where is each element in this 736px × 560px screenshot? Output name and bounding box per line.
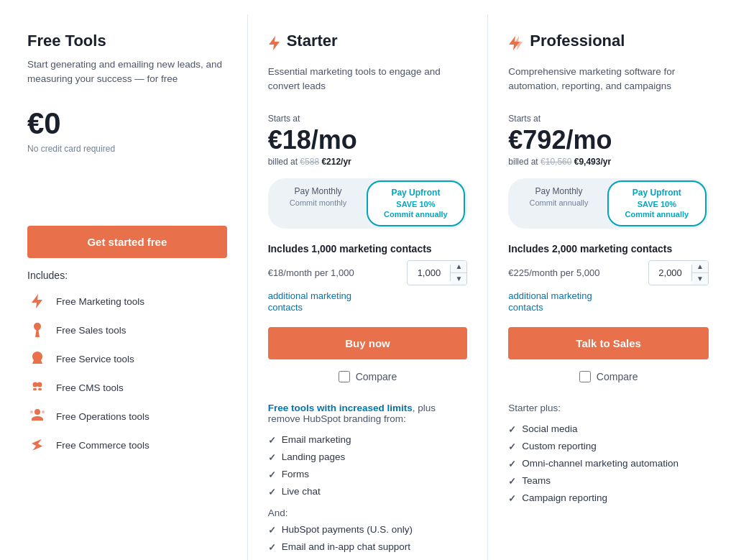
svg-rect-2 <box>33 388 37 390</box>
starter-compare-label: Compare <box>356 371 397 382</box>
starter-additional-link[interactable]: additional marketing contacts <box>268 290 351 313</box>
free-plan-spacer <box>27 168 227 226</box>
professional-billed-strike: €10,560 <box>540 157 571 167</box>
professional-pay-monthly-option[interactable]: Pay Monthly Commit annually <box>510 180 607 226</box>
starter-and-feature-label-1: HubSpot payments (U.S. only) <box>282 524 413 535</box>
free-tools-list: Free Marketing tools Free Sales tools <box>27 291 227 455</box>
professional-contacts-value: 2,000 <box>649 265 692 281</box>
professional-billed-text: billed at €10,560 €9,493/yr <box>508 157 709 167</box>
starter-billed-text: billed at €588 €212/yr <box>268 157 468 167</box>
tool-item-marketing: Free Marketing tools <box>27 291 227 311</box>
free-plan-price: €0 <box>27 106 227 141</box>
professional-billed-highlight: €9,493/yr <box>574 157 611 167</box>
professional-plan-description: Comprehensive marketing software for aut… <box>508 65 709 99</box>
starter-and-label: And: <box>268 508 468 518</box>
starter-plan-description: Essential marketing tools to engage and … <box>268 65 468 99</box>
starter-and-check-1: ✓ <box>268 525 276 536</box>
starter-contacts-spinner: 1,000 ▲ ▼ <box>407 260 467 285</box>
starter-upfront-label: Pay Upfront <box>375 188 457 199</box>
starter-feature-label-3: Forms <box>282 469 309 479</box>
professional-feature-label-2: Custom reporting <box>522 441 597 451</box>
starter-check-2: ✓ <box>268 452 276 463</box>
professional-feature-4: ✓ Teams <box>508 475 709 487</box>
starter-bolt-icon <box>268 35 281 55</box>
free-cta-button[interactable]: Get started free <box>27 226 227 258</box>
tool-item-commerce: Free Commerce tools <box>27 435 227 455</box>
professional-check-5: ✓ <box>508 493 516 504</box>
pricing-grid: Free Tools Start generating and emailing… <box>0 0 736 560</box>
starter-feature-label-4: Live chat <box>282 486 321 497</box>
cms-icon <box>27 377 47 398</box>
professional-billed-prefix: billed at <box>508 157 540 167</box>
professional-spinner-down[interactable]: ▼ <box>692 273 708 285</box>
professional-upfront-save: SAVE 10% <box>616 199 698 209</box>
starter-pay-upfront-option[interactable]: Pay Upfront SAVE 10% Commit annually <box>367 180 466 226</box>
starter-feature-label-2: Landing pages <box>282 451 346 462</box>
professional-title-row: Professional <box>508 32 709 58</box>
professional-feature-label-3: Omni-channel marketing automation <box>522 458 678 469</box>
starter-feature-3: ✓ Forms <box>268 469 468 480</box>
service-icon <box>27 349 47 369</box>
starter-additional-line2: contacts <box>268 302 303 313</box>
free-plan-title: Free Tools <box>27 32 227 50</box>
professional-cta-button[interactable]: Talk to Sales <box>508 327 709 359</box>
professional-upfront-label: Pay Upfront <box>616 188 698 199</box>
professional-upfront-sub: Commit annually <box>616 209 698 219</box>
starter-feature-2: ✓ Landing pages <box>268 451 468 463</box>
starter-plan-card: Starter Essential marketing tools to eng… <box>248 14 489 560</box>
professional-check-1: ✓ <box>508 424 516 435</box>
svg-point-1 <box>37 382 42 387</box>
starter-upfront-sub: Commit annually <box>375 209 457 219</box>
starter-monthly-sub: Commit monthly <box>277 198 359 208</box>
tool-item-sales: Free Sales tools <box>27 320 227 340</box>
tool-item-ops: Free Operations tools <box>27 406 227 426</box>
starter-compare-checkbox[interactable] <box>339 371 350 382</box>
starter-and-check-2: ✓ <box>268 542 276 553</box>
starter-monthly-label: Pay Monthly <box>277 186 359 198</box>
starter-and-features-list: ✓ HubSpot payments (U.S. only) ✓ Email a… <box>268 524 468 553</box>
tool-label-service: Free Service tools <box>56 354 134 364</box>
tool-item-cms: Free CMS tools <box>27 377 227 398</box>
starter-contacts-label: Includes 1,000 marketing contacts <box>268 243 468 254</box>
professional-features-heading: Starter plus: <box>508 403 709 413</box>
starter-cta-button[interactable]: Buy now <box>268 327 468 359</box>
professional-features-section: Starter plus: ✓ Social media ✓ Custom re… <box>508 403 709 560</box>
svg-rect-3 <box>38 388 42 390</box>
starter-features-heading: Free tools with increased limits, plus r… <box>268 403 468 424</box>
marketing-icon <box>27 291 47 311</box>
professional-feature-label-4: Teams <box>522 475 551 486</box>
tool-label-sales: Free Sales tools <box>56 325 126 336</box>
professional-additional-line2: contacts <box>508 302 543 313</box>
starter-title-row: Starter <box>268 32 468 58</box>
professional-feature-5: ✓ Campaign reporting <box>508 492 709 504</box>
professional-spinner-buttons: ▲ ▼ <box>692 261 708 285</box>
professional-compare-row: Compare <box>508 371 709 382</box>
starter-plan-price: €18/mo <box>268 125 468 155</box>
professional-feature-3: ✓ Omni-channel marketing automation <box>508 458 709 469</box>
professional-check-3: ✓ <box>508 459 516 469</box>
starter-spinner-up[interactable]: ▲ <box>451 261 466 273</box>
starter-spinner-buttons: ▲ ▼ <box>451 261 466 285</box>
starter-features-link[interactable]: Free tools with increased limits <box>268 403 413 413</box>
ops-icon <box>27 406 47 426</box>
professional-contacts-spinner: 2,000 ▲ ▼ <box>648 260 709 285</box>
professional-contacts-price: €225/month per 5,000 <box>508 267 599 278</box>
tool-label-commerce: Free Commerce tools <box>56 440 150 451</box>
professional-check-2: ✓ <box>508 441 516 452</box>
professional-monthly-label: Pay Monthly <box>518 186 599 198</box>
professional-additional-link[interactable]: additional marketing contacts <box>508 290 592 313</box>
professional-spinner-up[interactable]: ▲ <box>692 261 708 273</box>
starter-contacts-section: Includes 1,000 marketing contacts €18/mo… <box>268 243 468 313</box>
professional-plan-price: €792/mo <box>508 125 709 155</box>
starter-feature-1: ✓ Email marketing <box>268 434 468 446</box>
starter-spinner-down[interactable]: ▼ <box>451 273 466 285</box>
professional-compare-checkbox[interactable] <box>579 371 591 382</box>
professional-starts-at: Starts at <box>508 114 709 124</box>
commerce-icon <box>27 435 47 455</box>
starter-pay-monthly-option[interactable]: Pay Monthly Commit monthly <box>270 180 367 226</box>
starter-check-4: ✓ <box>268 487 276 497</box>
professional-features-list: ✓ Social media ✓ Custom reporting ✓ Omni… <box>508 423 709 504</box>
professional-pay-upfront-option[interactable]: Pay Upfront SAVE 10% Commit annually <box>607 180 707 226</box>
professional-contacts-label: Includes 2,000 marketing contacts <box>508 243 709 254</box>
professional-compare-label: Compare <box>597 371 638 382</box>
